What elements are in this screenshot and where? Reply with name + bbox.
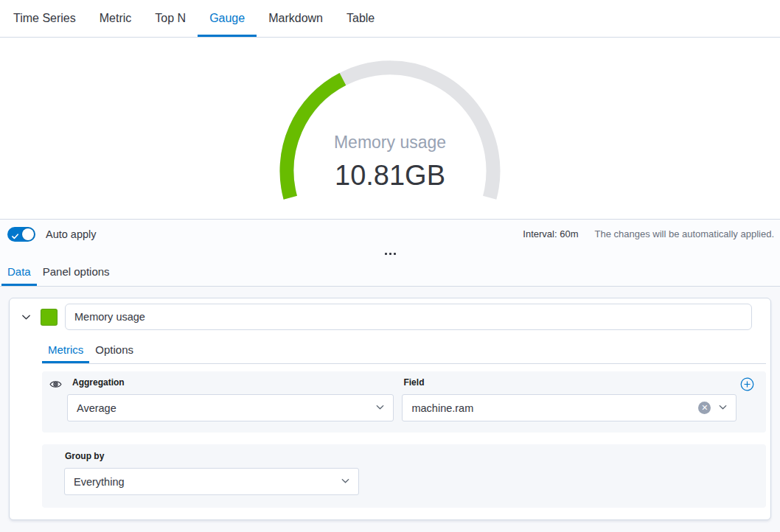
tab-table[interactable]: Table — [335, 0, 386, 37]
tab-top-n[interactable]: Top N — [143, 0, 198, 37]
eye-icon[interactable] — [49, 378, 62, 391]
tab-panel-options[interactable]: Panel options — [37, 259, 116, 286]
apply-bar-status: Interval: 60m The changes will be automa… — [523, 228, 774, 239]
group-by-value: Everything — [74, 476, 125, 488]
auto-apply-toggle[interactable] — [7, 227, 35, 242]
tab-metric[interactable]: Metric — [88, 0, 144, 37]
editor-area: Metrics Options Aggregation Average — [0, 287, 780, 532]
field-combobox[interactable]: machine.ram ✕ — [402, 394, 737, 421]
gauge-chart: Memory usage 10.81GB — [279, 57, 501, 211]
metric-row: Aggregation Average Field machine.ram ✕ — [42, 371, 766, 433]
tab-metrics[interactable]: Metrics — [42, 340, 89, 363]
chevron-down-icon — [340, 475, 351, 489]
series-tabs: Metrics Options — [42, 340, 766, 364]
tab-data[interactable]: Data — [1, 259, 37, 286]
group-by-select[interactable]: Everything — [64, 468, 359, 495]
tab-gauge[interactable]: Gauge — [198, 0, 257, 37]
aggregation-field-group: Aggregation Average — [67, 377, 394, 421]
auto-apply-label: Auto apply — [46, 228, 97, 240]
tab-time-series[interactable]: Time Series — [1, 0, 88, 37]
chevron-down-icon — [717, 402, 728, 415]
field-label: Field — [403, 377, 737, 388]
ellipsis-dots-icon — [394, 253, 396, 255]
aggregation-select[interactable]: Average — [67, 394, 394, 421]
series-header — [10, 304, 770, 330]
field-value: machine.ram — [411, 402, 473, 414]
aggregation-value: Average — [77, 402, 116, 414]
series-name-input[interactable] — [65, 304, 752, 330]
gauge-value: 10.81GB — [335, 160, 445, 191]
series-color-swatch[interactable] — [41, 309, 58, 326]
group-by-row: Group by Everything — [42, 444, 766, 508]
tab-markdown[interactable]: Markdown — [257, 0, 335, 37]
chevron-down-icon — [375, 402, 386, 415]
chevron-down-icon[interactable] — [21, 312, 32, 323]
aggregation-label: Aggregation — [72, 377, 394, 388]
gauge-panel: Memory usage 10.81GB — [0, 38, 780, 219]
visualization-type-tabs: Time Series Metric Top N Gauge Markdown … — [0, 0, 780, 38]
ellipsis-dots-icon — [385, 253, 387, 255]
add-metric-button[interactable] — [740, 377, 754, 391]
group-by-label: Group by — [65, 451, 766, 461]
editor-tabs: Data Panel options — [0, 259, 780, 287]
auto-apply-hint: The changes will be automatically applie… — [594, 228, 774, 239]
series-editor-panel: Metrics Options Aggregation Average — [9, 298, 771, 520]
panel-resize-handle[interactable] — [0, 248, 780, 259]
apply-bar: Auto apply Interval: 60m The changes wil… — [0, 219, 780, 248]
toggle-knob — [22, 228, 34, 240]
interval-text: Interval: 60m — [523, 228, 578, 239]
field-field-group: Field machine.ram ✕ — [402, 377, 737, 421]
gauge-label: Memory usage — [334, 133, 446, 152]
check-icon — [11, 230, 19, 243]
clear-field-icon[interactable]: ✕ — [698, 402, 711, 414]
ellipsis-dots-icon — [389, 253, 391, 255]
tab-options[interactable]: Options — [89, 340, 139, 363]
